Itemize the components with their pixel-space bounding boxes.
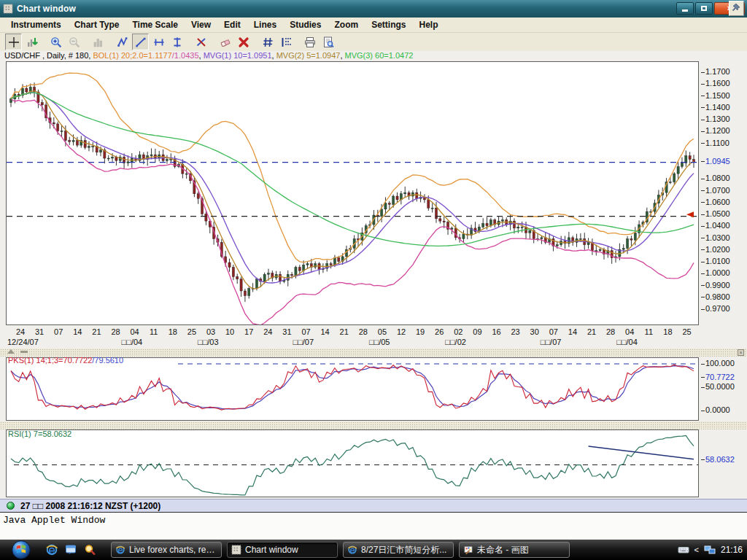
taskbar-button-2[interactable]: 8/27日汇市简短分析... bbox=[343, 542, 454, 558]
dock-pin-button[interactable] bbox=[729, 1, 744, 16]
menu-item-time-scale[interactable]: Time Scale bbox=[125, 18, 184, 31]
rsi-panel-title: RSI(1) 7=58.0632 bbox=[8, 429, 71, 438]
taskbar-button-0[interactable]: Live forex charts, real... bbox=[111, 542, 222, 558]
chart-info-header: USD/CHF , Daily, # 180, BOL(1) 20;2.0=1.… bbox=[1, 51, 746, 61]
delete-all-button[interactable] bbox=[235, 34, 252, 50]
menu-item-studies[interactable]: Studies bbox=[283, 18, 328, 31]
crosshair-icon bbox=[7, 36, 20, 49]
rsi-chart[interactable] bbox=[7, 430, 698, 497]
horizontal-channel-tool-button[interactable] bbox=[150, 34, 167, 50]
rsi-panel-plot[interactable] bbox=[6, 429, 699, 497]
current-price-label: 1.0945 bbox=[701, 157, 730, 166]
x-axis-day-label: 14 bbox=[320, 327, 329, 336]
y-axis-label: 1.1700 bbox=[701, 67, 730, 76]
trendline-tool-button[interactable] bbox=[132, 34, 149, 50]
quick-launch-messenger-icon[interactable] bbox=[64, 543, 77, 556]
close-panel-button[interactable]: × bbox=[738, 349, 744, 356]
y-axis-label: 1.0300 bbox=[701, 233, 730, 242]
toolbar-separator bbox=[295, 34, 301, 50]
stochastic-level-label: 100.000 bbox=[701, 359, 735, 368]
export-data-button[interactable] bbox=[23, 34, 40, 50]
minimize-button[interactable] bbox=[676, 2, 694, 15]
dock-pin-icon bbox=[731, 2, 742, 15]
zoom-in-button[interactable] bbox=[47, 34, 64, 50]
print-button[interactable] bbox=[301, 34, 318, 50]
x-axis-day-label: 16 bbox=[492, 327, 500, 336]
candlestick-chart[interactable] bbox=[7, 62, 698, 324]
horizontal-channel-tool-icon bbox=[152, 36, 166, 49]
java-applet-banner: Java Applet Window bbox=[0, 512, 747, 540]
y-axis-label: 0.9700 bbox=[701, 304, 730, 313]
quick-launch-search-tool-icon[interactable] bbox=[83, 543, 96, 556]
chart-header-segment: MVG(2) 5=1.0947 bbox=[276, 51, 341, 60]
x-axis-day-label: 25 bbox=[187, 327, 196, 336]
zoom-out-button[interactable] bbox=[66, 34, 82, 50]
taskbar-clock: 21:16 bbox=[721, 545, 743, 555]
y-axis-label: 1.1500 bbox=[701, 91, 730, 100]
x-axis-day-label: 07 bbox=[301, 327, 310, 336]
y-axis-label: 1.1600 bbox=[701, 79, 730, 88]
menu-item-instruments[interactable]: Instruments bbox=[4, 18, 68, 31]
connection-status-icon bbox=[7, 502, 15, 510]
y-axis-label: 1.0800 bbox=[701, 174, 730, 182]
fib-levels-button[interactable] bbox=[277, 34, 294, 50]
menu-item-chart-type[interactable]: Chart Type bbox=[68, 18, 126, 31]
y-axis-label: 1.1400 bbox=[701, 103, 730, 112]
title-bar[interactable]: Chart window × bbox=[0, 0, 747, 18]
x-axis-day-label: 03 bbox=[206, 327, 215, 336]
x-axis-month-label: □□/05 bbox=[369, 338, 390, 346]
crosshair-button[interactable] bbox=[5, 34, 22, 50]
y-axis-label: 1.0200 bbox=[701, 245, 730, 254]
fib-levels-icon bbox=[279, 36, 293, 49]
zoom-in-icon bbox=[50, 36, 63, 49]
remove-line-tool-button[interactable] bbox=[193, 34, 209, 50]
y-axis-label: 1.1100 bbox=[701, 139, 729, 147]
x-axis-day-label: 28 bbox=[111, 327, 120, 336]
x-axis-day-label: 12 bbox=[397, 327, 406, 336]
zoom-out-icon bbox=[68, 36, 81, 49]
x-axis-day-label: 09 bbox=[473, 327, 481, 336]
menu-item-view[interactable]: View bbox=[185, 18, 217, 31]
restore-button[interactable] bbox=[695, 2, 713, 15]
print-icon bbox=[303, 36, 317, 49]
y-axis-label: 1.0500 bbox=[701, 209, 730, 218]
chart-window-application: Chart window × InstrumentsChart TypeTime… bbox=[0, 0, 747, 560]
toolbar-separator bbox=[41, 34, 47, 50]
keyboard-icon[interactable] bbox=[678, 544, 689, 556]
menu-item-settings[interactable]: Settings bbox=[365, 18, 412, 31]
volume-histogram-button[interactable] bbox=[90, 34, 107, 50]
menu-item-edit[interactable]: Edit bbox=[217, 18, 247, 31]
windows-orb-icon bbox=[12, 551, 31, 560]
chart-header-segment: MVG(3) 60=1.0472 bbox=[345, 51, 414, 60]
delete-all-icon bbox=[237, 36, 250, 49]
x-axis-day-label: 21 bbox=[92, 327, 101, 336]
stochastic-panel-plot[interactable] bbox=[6, 357, 699, 421]
collapse-arrow-icon[interactable]: < bbox=[694, 545, 699, 554]
x-axis-day-label: 14 bbox=[568, 327, 577, 336]
x-axis-day-label: 28 bbox=[606, 327, 615, 336]
toolbar-separator bbox=[107, 34, 113, 50]
menu-item-help[interactable]: Help bbox=[412, 18, 444, 31]
taskbar-button-1[interactable]: Chart window bbox=[227, 542, 338, 558]
taskbar-button-3[interactable]: 未命名 - 画图 bbox=[459, 542, 570, 558]
grid-button[interactable] bbox=[259, 34, 276, 50]
stochastic-chart[interactable] bbox=[7, 358, 698, 420]
java-banner-text: Java Applet Window bbox=[3, 515, 105, 526]
menu-item-zoom[interactable]: Zoom bbox=[328, 18, 365, 31]
rsi-title-segment: RSI(1) 7=58.0632 bbox=[8, 429, 71, 438]
x-axis-day-label: 17 bbox=[244, 327, 253, 336]
eraser-button[interactable] bbox=[217, 34, 233, 50]
panel-resize-handles[interactable] bbox=[7, 349, 28, 354]
menu-item-lines[interactable]: Lines bbox=[247, 18, 283, 31]
main-chart-plot[interactable] bbox=[6, 61, 699, 325]
network-icon[interactable] bbox=[704, 544, 716, 556]
panel-splitter[interactable] bbox=[0, 421, 747, 429]
vertical-channel-tool-button[interactable] bbox=[169, 34, 185, 50]
quick-launch-internet-explorer-icon[interactable] bbox=[45, 543, 58, 556]
polyline-tool-button[interactable] bbox=[114, 34, 131, 50]
print-preview-button[interactable] bbox=[320, 34, 336, 50]
x-axis-day-label: 23 bbox=[511, 327, 519, 336]
taskbar-button-label: Live forex charts, real... bbox=[129, 545, 217, 555]
start-button[interactable] bbox=[12, 540, 31, 559]
x-axis-day-label: 21 bbox=[340, 327, 349, 336]
